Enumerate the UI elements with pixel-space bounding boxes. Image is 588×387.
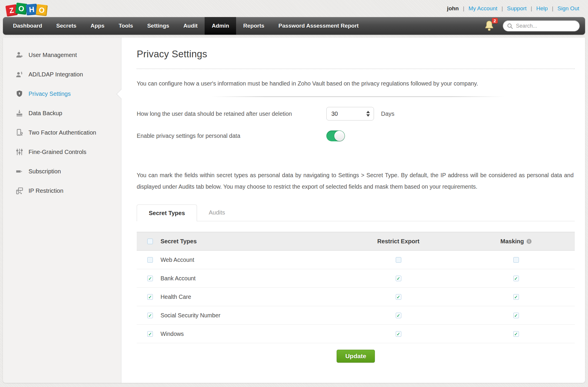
sidebar-item-fine-grained-controls[interactable]: Fine-Grained Controls <box>3 142 121 162</box>
sidebar-item-ip-restriction[interactable]: IP Restriction <box>3 181 121 200</box>
personal-data-info-text: You can mark the fields within secret ty… <box>137 170 575 192</box>
main-nav: Dashboard Secrets Apps Tools Settings Au… <box>3 17 585 35</box>
nav-item-secrets[interactable]: Secrets <box>49 17 83 35</box>
sidebar-item-ad-ldap-integration[interactable]: AD/LDAP Integration <box>3 65 121 84</box>
table-body: Web Account✓Bank Account✓✓✓Health Care✓✓… <box>137 251 575 343</box>
separator: | <box>531 5 532 12</box>
privacy-settings-panel: Privacy Settings You can configure how a… <box>121 38 585 383</box>
select-all-checkbox[interactable] <box>147 239 153 244</box>
sidebar-item-data-backup[interactable]: Data Backup <box>3 103 121 123</box>
sidebar-item-subscription[interactable]: Subscription <box>3 162 121 181</box>
masking-checkbox[interactable]: ✓ <box>513 313 519 318</box>
notification-badge: 2 <box>492 18 498 24</box>
secret-types-table: Secret Types Restrict Export Masking i W… <box>137 232 575 343</box>
table-row: ✓Health Care✓✓ <box>137 288 575 306</box>
secret-type-name: Bank Account <box>161 275 196 282</box>
nav-item-reports[interactable]: Reports <box>236 17 271 35</box>
table-header: Secret Types Restrict Export Masking i <box>137 232 575 251</box>
notifications-bell[interactable]: 2 <box>484 20 495 32</box>
phone-key-icon <box>15 129 24 136</box>
masking-info-icon[interactable]: i <box>527 239 532 244</box>
tab-bar: Secret Types Audits <box>137 204 575 221</box>
sidebar-item-label: Fine-Grained Controls <box>29 149 86 155</box>
separator: | <box>552 5 553 12</box>
restrict-export-checkbox[interactable]: ✓ <box>396 313 401 318</box>
stepper-down-icon[interactable] <box>366 114 370 117</box>
shield-lock-icon <box>15 90 24 98</box>
restrict-export-checkbox[interactable]: ✓ <box>396 331 401 337</box>
privacy-toggle-switch[interactable] <box>326 130 345 141</box>
nav-item-dashboard[interactable]: Dashboard <box>6 17 49 35</box>
nav-item-tools[interactable]: Tools <box>111 17 140 35</box>
tag-icon <box>15 167 24 175</box>
separator: | <box>502 5 503 12</box>
tab-secret-types[interactable]: Secret Types <box>137 205 197 221</box>
days-unit-label: Days <box>381 110 395 117</box>
sidebar-item-label: IP Restriction <box>29 187 64 194</box>
row-select-checkbox[interactable]: ✓ <box>147 294 153 300</box>
username-label: john <box>447 5 459 12</box>
network-restriction-icon <box>15 187 24 195</box>
nav-item-audit[interactable]: Audit <box>176 17 205 35</box>
secret-type-name: Social Security Number <box>161 312 220 319</box>
nav-item-password-assessment-report[interactable]: Password Assessment Report <box>271 17 366 35</box>
restrict-export-checkbox[interactable] <box>396 257 401 263</box>
tab-audits[interactable]: Audits <box>197 204 237 221</box>
row-select-checkbox[interactable]: ✓ <box>147 331 153 337</box>
restrict-export-checkbox[interactable]: ✓ <box>396 294 401 300</box>
table-row: Web Account <box>137 251 575 269</box>
stepper-arrows[interactable] <box>366 111 374 117</box>
zoho-logo[interactable]: Z O H O <box>6 3 47 14</box>
retention-value: 30 <box>327 110 366 117</box>
masking-checkbox[interactable]: ✓ <box>513 331 519 337</box>
retention-label: How long the user data should be retaine… <box>137 110 326 117</box>
actions-row: Update <box>137 350 575 363</box>
column-header-secret-types: Secret Types <box>161 238 197 245</box>
sign-out-link[interactable]: Sign Out <box>557 5 579 12</box>
masking-checkbox[interactable] <box>513 257 519 263</box>
search-input[interactable] <box>503 20 580 31</box>
row-select-checkbox[interactable]: ✓ <box>147 276 153 281</box>
privacy-toggle-label: Enable privacy settings for personal dat… <box>137 133 326 139</box>
backup-drive-icon <box>15 109 24 117</box>
sidebar-item-label: Two Factor Authentication <box>29 129 96 136</box>
intro-text: You can configure how a user's informati… <box>137 80 575 87</box>
my-account-link[interactable]: My Account <box>468 5 497 12</box>
row-select-checkbox[interactable] <box>147 257 153 263</box>
masking-checkbox[interactable]: ✓ <box>513 294 519 300</box>
masking-checkbox[interactable]: ✓ <box>513 276 519 281</box>
nav-item-apps[interactable]: Apps <box>83 17 112 35</box>
nav-item-admin[interactable]: Admin <box>205 17 236 35</box>
top-bar: Z O H O john | My Account | Support | He… <box>0 0 588 17</box>
sidebar-item-label: Privacy Settings <box>29 91 71 97</box>
sliders-icon <box>15 148 24 156</box>
separator: | <box>463 5 464 12</box>
search-icon <box>507 23 513 29</box>
secret-type-name: Health Care <box>161 294 191 300</box>
sidebar-item-label: AD/LDAP Integration <box>29 71 83 78</box>
section-shadow-divider <box>212 96 504 97</box>
sidebar-item-label: Subscription <box>29 168 61 175</box>
logo-letter: O <box>15 2 27 14</box>
user-links: john | My Account | Support | Help | Sig… <box>447 5 579 12</box>
sidebar-item-two-factor-authentication[interactable]: Two Factor Authentication <box>3 123 121 142</box>
toggle-knob <box>334 131 345 141</box>
search-box <box>503 20 580 31</box>
support-link[interactable]: Support <box>507 5 527 12</box>
logo-letter: O <box>36 4 48 16</box>
admin-sidebar: User Management AD/LDAP Integration <box>3 38 121 383</box>
row-select-checkbox[interactable]: ✓ <box>147 313 153 318</box>
retention-days-stepper[interactable]: 30 <box>326 107 374 120</box>
column-header-restrict-export: Restrict Export <box>377 238 419 245</box>
sidebar-item-user-management[interactable]: User Management <box>3 45 121 65</box>
stepper-up-icon[interactable] <box>366 111 370 113</box>
update-button[interactable]: Update <box>337 350 375 363</box>
table-row: ✓Social Security Number✓✓ <box>137 306 575 325</box>
nav-item-settings[interactable]: Settings <box>140 17 176 35</box>
restrict-export-checkbox[interactable]: ✓ <box>396 276 401 281</box>
table-row: ✓Bank Account✓✓ <box>137 269 575 288</box>
user-add-icon <box>15 51 24 59</box>
sidebar-item-privacy-settings[interactable]: Privacy Settings <box>3 84 121 103</box>
help-link[interactable]: Help <box>536 5 548 12</box>
divider <box>137 68 575 69</box>
